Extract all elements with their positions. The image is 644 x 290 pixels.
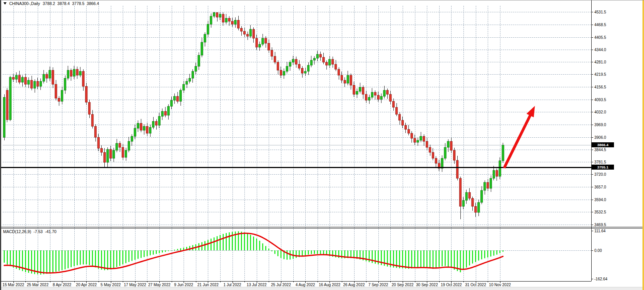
window-right-edge — [642, 0, 644, 290]
svg-text:3657.0: 3657.0 — [594, 185, 606, 189]
svg-text:3781.5: 3781.5 — [594, 160, 606, 164]
bar-high-value: 3878.4 — [57, 1, 70, 6]
svg-text:0.00: 0.00 — [594, 248, 602, 253]
svg-text:3594.0: 3594.0 — [594, 198, 606, 202]
symbol-dropdown-icon[interactable] — [3, 2, 7, 5]
svg-text:5 May 2022: 5 May 2022 — [100, 283, 121, 287]
current-price-tag: 3866.4 — [592, 142, 614, 147]
svg-text:4281.0: 4281.0 — [594, 60, 606, 64]
svg-text:-162.64: -162.64 — [594, 277, 607, 281]
svg-text:4531.5: 4531.5 — [594, 10, 606, 14]
bar-low-value: 3778.5 — [72, 1, 84, 6]
chart-canvas: 4531.54468.54405.54344.04281.04219.54156… — [1, 0, 644, 290]
svg-text:4405.5: 4405.5 — [594, 35, 606, 40]
svg-text:3906.0: 3906.0 — [594, 135, 606, 140]
svg-text:26 Aug 2022: 26 Aug 2022 — [343, 283, 365, 287]
symbol-timeframe-label: CHINA300-,Daily — [9, 1, 40, 6]
svg-text:20 Sep 2022: 20 Sep 2022 — [392, 283, 414, 287]
svg-text:1 Jul 2022: 1 Jul 2022 — [223, 283, 241, 287]
svg-text:30 Sep 2022: 30 Sep 2022 — [416, 283, 438, 287]
svg-text:4093.5: 4093.5 — [594, 98, 606, 102]
svg-text:4468.5: 4468.5 — [594, 23, 606, 27]
macd-main-value: -7.53 — [33, 229, 43, 234]
window-bottom-strip — [1, 287, 644, 290]
svg-text:3532.5: 3532.5 — [594, 210, 606, 214]
macd-indicator-label: MACD(12,26,9) — [3, 229, 31, 234]
svg-text:19 Oct 2022: 19 Oct 2022 — [441, 283, 462, 287]
svg-text:10 Nov 2022: 10 Nov 2022 — [489, 283, 511, 287]
svg-text:4 Aug 2022: 4 Aug 2022 — [296, 283, 315, 287]
svg-text:31 Oct 2022: 31 Oct 2022 — [465, 283, 486, 287]
svg-text:4156.5: 4156.5 — [594, 85, 606, 89]
svg-text:3969.0: 3969.0 — [594, 123, 606, 127]
svg-text:3469.5: 3469.5 — [594, 223, 606, 227]
svg-text:13 Jul 2022: 13 Jul 2022 — [247, 283, 267, 287]
svg-text:4032.0: 4032.0 — [594, 110, 606, 114]
svg-text:15 Mar 2022: 15 Mar 2022 — [3, 283, 25, 287]
svg-text:25 Mar 2022: 25 Mar 2022 — [27, 283, 49, 287]
svg-text:17 May 2022: 17 May 2022 — [124, 283, 146, 287]
svg-text:4219.5: 4219.5 — [594, 72, 606, 77]
chart-legend: CHINA300-,Daily 3788.2 3878.4 3778.5 386… — [3, 1, 99, 6]
chart-window: 4531.54468.54405.54344.04281.04219.54156… — [0, 0, 644, 290]
svg-text:111.64: 111.64 — [594, 229, 606, 233]
macd-signal-value: -41.70 — [45, 229, 57, 234]
svg-text:16 Aug 2022: 16 Aug 2022 — [319, 283, 341, 287]
support-level-tag: 3755.1 — [592, 165, 614, 170]
bar-open-value: 3788.2 — [43, 1, 55, 6]
svg-text:8 Apr 2022: 8 Apr 2022 — [53, 283, 72, 287]
svg-text:20 Apr 2022: 20 Apr 2022 — [76, 283, 97, 287]
svg-text:4344.0: 4344.0 — [594, 48, 606, 52]
svg-text:27 May 2022: 27 May 2022 — [148, 283, 171, 287]
svg-text:21 Jun 2022: 21 Jun 2022 — [197, 283, 219, 287]
svg-text:25 Jul 2022: 25 Jul 2022 — [271, 283, 291, 287]
svg-text:7 Sep 2022: 7 Sep 2022 — [368, 283, 388, 287]
svg-text:3720.0: 3720.0 — [594, 172, 606, 177]
bar-close-value: 3866.4 — [87, 1, 99, 6]
macd-legend: MACD(12,26,9) -7.53 -41.70 — [3, 229, 57, 234]
svg-text:3844.5: 3844.5 — [594, 148, 606, 152]
svg-text:9 Jun 2022: 9 Jun 2022 — [174, 283, 193, 287]
